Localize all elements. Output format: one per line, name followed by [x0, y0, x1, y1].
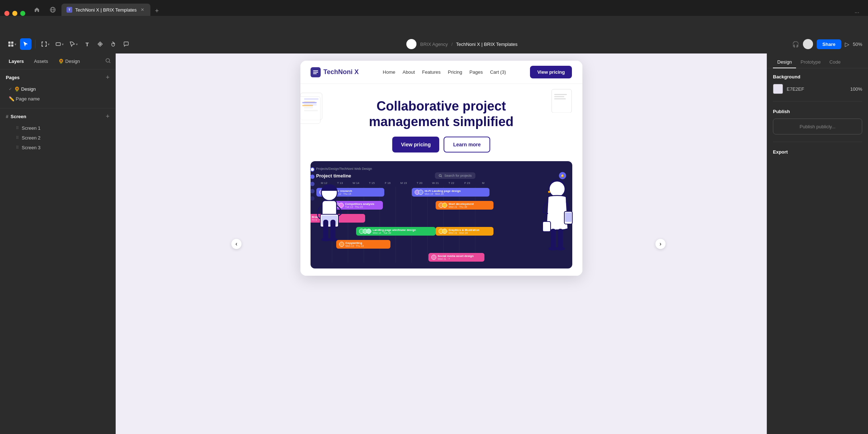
tab-design-page[interactable]: 🌻 Design	[54, 56, 84, 66]
webpage-hero: Collaborative project management simplif…	[300, 84, 582, 276]
screen-hash-icon: #	[6, 114, 8, 119]
breadcrumb: BRIX Agency / TechNoni X | BRIX Template…	[420, 42, 517, 47]
share-button[interactable]: Share	[817, 39, 841, 49]
add-page-btn[interactable]: +	[106, 74, 110, 81]
nav-pages[interactable]: Pages	[470, 69, 483, 75]
page-design-label: 🌻 Design	[14, 86, 36, 92]
svg-rect-5	[8, 44, 10, 47]
add-screen-btn[interactable]: +	[106, 113, 110, 120]
bar-brain-dates: Fri 9 · Tue 13	[312, 219, 333, 221]
nav-about[interactable]: About	[403, 69, 415, 75]
page-item-design[interactable]: ✓ 🌻 Design	[6, 84, 110, 94]
bar-user-research[interactable]: User research Mon 12 · Thu 15	[316, 188, 384, 197]
main-layout: Layers Assets 🌻 Design Pages + ✓ 🌻 Desig…	[0, 53, 868, 434]
tool-comment-btn[interactable]	[120, 38, 132, 50]
nav-cart[interactable]: Cart (3)	[490, 69, 506, 75]
bar-brainstorming[interactable]: Brain storming Fri 9 · Tue 13	[311, 214, 365, 223]
grid-lines	[316, 187, 566, 263]
tab-assets[interactable]: Assets	[30, 56, 52, 66]
bar-start-dev[interactable]: Start development Wed 21 · Thu 28	[436, 201, 493, 210]
nav-cta-btn[interactable]: View pricing	[530, 66, 572, 78]
traffic-light-green[interactable]	[20, 11, 25, 16]
play-btn[interactable]: ▷	[845, 41, 849, 48]
nav-home[interactable]: Home	[383, 69, 395, 75]
new-tab-btn[interactable]: +	[152, 6, 162, 16]
tab-code[interactable]: Code	[825, 56, 845, 68]
tool-pointer-btn[interactable]	[20, 38, 31, 50]
bar-hifi-landing[interactable]: Hi-Fi Landing page design Mon 19 · Mon 2…	[412, 188, 489, 197]
screen-item-3[interactable]: ⠿ Screen 3	[6, 143, 110, 152]
bar-competitors[interactable]: Competitors analysis Tue 13 · Thu 15	[332, 201, 383, 210]
page-item-name[interactable]: ✏️ Page name	[6, 94, 110, 104]
breadcrumb-sep: /	[451, 42, 453, 47]
day-t13: T 13	[332, 181, 348, 185]
tab-close-btn[interactable]: ✕	[140, 7, 145, 13]
deco-doc-topright	[550, 87, 575, 114]
background-section: Background E7E2EF 100%	[773, 74, 862, 94]
deco-doc-topleft	[300, 91, 329, 129]
screen-item-1[interactable]: ⠿ Screen 1	[6, 123, 110, 133]
screen-section: # Screen + ⠿ Screen 1 ⠿ Screen 2 ⠿ Scree…	[0, 108, 115, 157]
tab-layers[interactable]: Layers	[4, 56, 28, 66]
bar-avatars-3	[335, 203, 344, 208]
zoom-indicator[interactable]: 50%	[853, 42, 862, 47]
tool-grid-btn[interactable]: ▾	[6, 38, 18, 50]
bg-hex-value[interactable]: E7E2EF	[787, 86, 804, 92]
screen-item-2[interactable]: ⠿ Screen 2	[6, 133, 110, 143]
home-btn[interactable]	[30, 4, 44, 16]
day-f23: F 23	[459, 181, 475, 185]
tab-prototype[interactable]: Prototype	[796, 56, 825, 68]
pages-title: Pages	[6, 75, 20, 80]
browser-tabs: T TechNoni X | BRIX Templates ✕ + ···	[0, 0, 868, 16]
headphones-icon[interactable]: 🎧	[792, 41, 799, 48]
bar-wireframe-label: Landing page wireframe design	[373, 228, 416, 232]
svg-rect-29	[302, 105, 313, 106]
globe-btn[interactable]	[46, 4, 60, 16]
divider-2	[773, 142, 862, 142]
svg-rect-13	[46, 42, 47, 44]
right-panel: Design Prototype Code Background E7E2EF …	[767, 53, 868, 434]
left-panel: Layers Assets 🌻 Design Pages + ✓ 🌻 Desig…	[0, 53, 116, 434]
bar-wireframe-dates: Wed 14 · Tue 20	[373, 232, 416, 234]
bg-opacity-value[interactable]: 100%	[850, 86, 862, 92]
traffic-light-yellow[interactable]	[12, 11, 17, 16]
day-t20: T 20	[412, 181, 428, 185]
tool-pen-btn[interactable]: ▾	[67, 38, 80, 50]
timeline-row-1: User research Mon 12 · Thu 15	[316, 187, 566, 198]
publish-btn[interactable]: Publish publicly...	[773, 119, 862, 134]
tool-shape-btn[interactable]: ▾	[53, 38, 66, 50]
tool-frame-btn[interactable]: ▾	[39, 38, 52, 50]
timeline-row-6: Social media asset design Wed 21 · ?	[316, 252, 566, 263]
tool-component-btn[interactable]	[94, 38, 106, 50]
tab-label: TechNoni X | BRIX Templates	[75, 7, 137, 13]
bar-social-media[interactable]: Social media asset design Wed 21 · ?	[428, 253, 484, 262]
bar-startdev-label: Start development	[449, 202, 474, 206]
hero-title-line1: Collaborative project	[376, 99, 506, 113]
tool-text-btn[interactable]: T	[81, 38, 93, 50]
tool-hand-btn[interactable]	[107, 38, 119, 50]
traffic-light-red[interactable]	[4, 11, 9, 16]
bar-graphics[interactable]: Graphics & illustration Wed 21 · Mon 24	[436, 227, 493, 236]
bar-copywriting[interactable]: Copywriting Mon 13 · Thu 18	[336, 240, 390, 249]
browser-more-btn[interactable]: ···	[850, 9, 864, 16]
timeline-notification[interactable]: 🔔	[559, 172, 566, 179]
canvas-scroll-left[interactable]: ‹	[231, 239, 241, 249]
panel-tabs: Layers Assets 🌻 Design	[0, 53, 115, 69]
nav-features[interactable]: Features	[422, 69, 441, 75]
hero-learn-more-btn[interactable]: Learn more	[444, 137, 490, 152]
search-icon[interactable]	[105, 58, 111, 65]
svg-rect-6	[11, 44, 13, 47]
timeline-search-box[interactable]: Search for projects	[435, 172, 475, 179]
divider-1	[773, 101, 862, 102]
tab-design[interactable]: Design	[773, 56, 796, 68]
nav-pricing[interactable]: Pricing	[448, 69, 462, 75]
active-tab[interactable]: T TechNoni X | BRIX Templates ✕	[61, 4, 150, 16]
bar-wireframe[interactable]: Landing page wireframe design Wed 14 · T…	[356, 227, 436, 236]
hero-title: Collaborative project management simplif…	[369, 98, 513, 129]
hero-view-pricing-btn[interactable]: View pricing	[392, 137, 439, 152]
bar-social-label: Social media asset design	[438, 254, 474, 258]
bg-swatch[interactable]	[773, 84, 783, 94]
canvas-scroll-right[interactable]: ›	[655, 239, 666, 249]
bar-hifi-label: Hi-Fi Landing page design	[425, 189, 461, 193]
publish-title: Publish	[773, 109, 862, 114]
